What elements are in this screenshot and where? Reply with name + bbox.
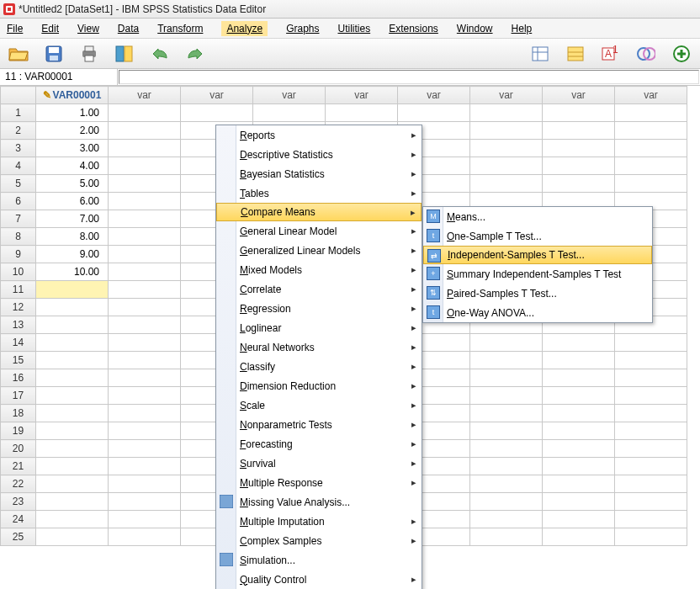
menu-utilities[interactable]: Utilities	[337, 23, 370, 34]
menu-data[interactable]: Data	[118, 23, 139, 34]
empty-cell[interactable]	[326, 104, 398, 122]
empty-cell[interactable]	[470, 440, 543, 458]
menu-item-survival[interactable]: Survival	[216, 454, 422, 473]
empty-cell[interactable]	[470, 475, 543, 493]
menu-extensions[interactable]: Extensions	[389, 23, 438, 34]
empty-cell[interactable]	[253, 104, 326, 122]
empty-cell[interactable]	[470, 493, 543, 511]
menu-item-regression[interactable]: Regression	[216, 299, 422, 318]
empty-cell[interactable]	[109, 263, 181, 281]
empty-cell[interactable]	[615, 422, 687, 440]
empty-cell[interactable]	[470, 104, 543, 122]
data-cell[interactable]: 4.00	[36, 157, 109, 175]
data-cell[interactable]: 8.00	[36, 228, 109, 246]
row-header[interactable]: 1	[1, 104, 36, 122]
data-cell[interactable]: 6.00	[36, 193, 109, 210]
empty-cell[interactable]	[543, 352, 615, 369]
row-header[interactable]: 22	[1, 475, 36, 493]
empty-cell[interactable]	[470, 352, 543, 369]
menu-transform[interactable]: Transform	[157, 23, 203, 34]
row-header[interactable]: 3	[1, 140, 36, 157]
menu-item-forecasting[interactable]: Forecasting	[216, 434, 422, 454]
data-cell[interactable]	[36, 334, 109, 352]
empty-cell[interactable]	[109, 387, 181, 405]
empty-cell[interactable]	[109, 122, 181, 140]
column-header-var[interactable]: var	[470, 87, 543, 104]
empty-cell[interactable]	[109, 175, 181, 193]
data-cell[interactable]	[36, 299, 109, 316]
menu-analyze[interactable]: Analyze	[221, 21, 268, 36]
recall-dialog-icon[interactable]	[113, 43, 136, 65]
empty-cell[interactable]	[109, 210, 181, 228]
print-icon[interactable]	[77, 43, 101, 65]
menu-item-dimension-reduction[interactable]: Dimension Reduction	[216, 376, 422, 395]
menu-file[interactable]: File	[7, 23, 23, 34]
submenu-item-one-way-anova[interactable]: tOne-Way ANOVA...	[423, 303, 652, 322]
empty-cell[interactable]	[543, 369, 615, 387]
menu-graphs[interactable]: Graphs	[286, 23, 319, 34]
menu-item-neural-networks[interactable]: Neural Networks	[216, 337, 422, 357]
menu-item-simulation[interactable]: Simulation...	[216, 550, 422, 570]
menu-item-general-linear-model[interactable]: General Linear Model	[216, 221, 422, 241]
empty-cell[interactable]	[615, 334, 687, 352]
row-header[interactable]: 24	[1, 511, 36, 528]
row-header[interactable]: 12	[1, 299, 36, 316]
empty-cell[interactable]	[615, 475, 687, 493]
row-header[interactable]: 5	[1, 175, 36, 193]
menu-item-complex-samples[interactable]: Complex Samples	[216, 531, 422, 550]
open-file-icon[interactable]	[7, 43, 30, 65]
data-cell[interactable]: 1.00	[36, 104, 109, 122]
menu-item-generalized-linear-models[interactable]: Generalized Linear Models	[216, 241, 422, 260]
data-cell[interactable]	[36, 352, 109, 369]
empty-cell[interactable]	[615, 440, 687, 458]
add-icon[interactable]	[670, 43, 693, 65]
data-cell[interactable]	[36, 369, 109, 387]
empty-cell[interactable]	[470, 405, 543, 422]
empty-cell[interactable]	[109, 458, 181, 475]
empty-cell[interactable]	[109, 316, 181, 334]
row-header[interactable]: 15	[1, 352, 36, 369]
undo-icon[interactable]	[148, 43, 172, 65]
row-header[interactable]: 9	[1, 246, 36, 263]
empty-cell[interactable]	[398, 104, 470, 122]
empty-cell[interactable]	[615, 122, 687, 140]
menu-edit[interactable]: Edit	[41, 23, 59, 34]
empty-cell[interactable]	[615, 387, 687, 405]
menu-item-nonparametric-tests[interactable]: Nonparametric Tests	[216, 415, 422, 434]
data-cell[interactable]	[36, 387, 109, 405]
empty-cell[interactable]	[109, 104, 181, 122]
column-header-var[interactable]: var	[253, 87, 326, 104]
data-cell[interactable]	[36, 475, 109, 493]
row-header[interactable]: 8	[1, 228, 36, 246]
menu-item-descriptive-statistics[interactable]: Descriptive Statistics	[216, 145, 422, 164]
empty-cell[interactable]	[615, 458, 687, 475]
empty-cell[interactable]	[615, 175, 687, 193]
empty-cell[interactable]	[615, 140, 687, 157]
empty-cell[interactable]	[615, 104, 687, 122]
empty-cell[interactable]	[615, 157, 687, 175]
column-header-var[interactable]: var	[109, 87, 181, 104]
row-header[interactable]: 19	[1, 422, 36, 440]
row-header[interactable]: 17	[1, 387, 36, 405]
menu-item-bayesian-statistics[interactable]: Bayesian Statistics	[216, 164, 422, 183]
data-cell[interactable]	[36, 440, 109, 458]
menu-item-classify[interactable]: Classify	[216, 357, 422, 376]
empty-cell[interactable]	[543, 493, 615, 511]
empty-cell[interactable]	[615, 352, 687, 369]
empty-cell[interactable]	[109, 528, 181, 546]
data-cell[interactable]: 7.00	[36, 210, 109, 228]
empty-cell[interactable]	[543, 440, 615, 458]
empty-cell[interactable]	[470, 528, 543, 546]
select-cases-icon[interactable]	[634, 43, 658, 65]
empty-cell[interactable]	[615, 493, 687, 511]
column-header-var[interactable]: var	[326, 87, 398, 104]
empty-cell[interactable]	[615, 528, 687, 546]
save-icon[interactable]	[42, 43, 66, 65]
row-header[interactable]: 7	[1, 210, 36, 228]
row-header[interactable]: 6	[1, 193, 36, 210]
data-cell[interactable]: 9.00	[36, 246, 109, 263]
empty-cell[interactable]	[543, 104, 615, 122]
empty-cell[interactable]	[470, 369, 543, 387]
empty-cell[interactable]	[109, 369, 181, 387]
value-labels-icon[interactable]	[564, 43, 587, 65]
